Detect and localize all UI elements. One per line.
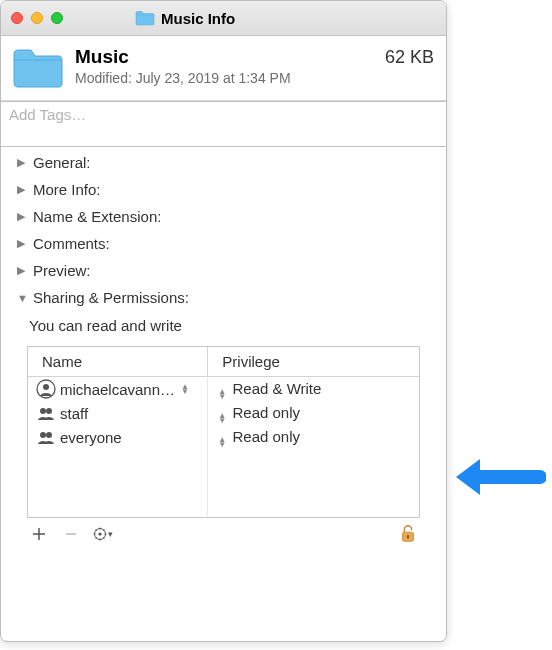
stepper-icon: ▲▼ (218, 413, 226, 423)
disclosure-right-icon: ▶ (17, 183, 29, 196)
svg-point-3 (46, 408, 52, 414)
permissions-toolbar: ▾ (1, 520, 446, 550)
group-icon (36, 403, 56, 423)
modified-value: July 23, 2019 at 1:34 PM (136, 70, 291, 86)
section-label: Sharing & Permissions: (33, 289, 189, 306)
close-button[interactable] (11, 12, 23, 24)
privilege-cell[interactable]: ▲▼ Read only (208, 425, 419, 449)
svg-point-1 (43, 384, 49, 390)
disclosure-right-icon: ▶ (17, 210, 29, 223)
disclosure-right-icon: ▶ (17, 264, 29, 277)
section-preview[interactable]: ▶ Preview: (1, 257, 446, 284)
perm-user-name: staff (60, 405, 88, 422)
remove-button[interactable] (61, 524, 81, 544)
titlebar[interactable]: Music Info (1, 1, 446, 36)
column-header-name[interactable]: Name (28, 347, 208, 377)
table-row[interactable]: staff ▲▼ Read only (28, 401, 419, 425)
section-comments[interactable]: ▶ Comments: (1, 230, 446, 257)
section-more-info[interactable]: ▶ More Info: (1, 176, 446, 203)
traffic-lights (11, 12, 63, 24)
section-general[interactable]: ▶ General: (1, 149, 446, 176)
svg-point-7 (98, 532, 101, 535)
perm-privilege: Read & Write (232, 380, 321, 397)
table-row[interactable]: michaelcavann… ▲▼ ▲▼ Read & Write (28, 377, 419, 402)
tags-input[interactable]: Add Tags… (1, 101, 446, 147)
section-sharing-permissions[interactable]: ▼ Sharing & Permissions: (1, 284, 446, 311)
group-icon (36, 427, 56, 447)
section-label: General: (33, 154, 91, 171)
svg-rect-18 (407, 536, 408, 539)
disclosure-right-icon: ▶ (17, 156, 29, 169)
header-section: Music 62 KB Modified: July 23, 2019 at 1… (1, 36, 446, 101)
svg-point-2 (40, 408, 46, 414)
stepper-icon[interactable]: ▲▼ (181, 384, 189, 394)
action-menu-button[interactable]: ▾ (93, 524, 113, 544)
perm-privilege: Read only (232, 404, 300, 421)
perm-user-name: everyone (60, 429, 122, 446)
section-label: More Info: (33, 181, 101, 198)
add-button[interactable] (29, 524, 49, 544)
sections: ▶ General: ▶ More Info: ▶ Name & Extensi… (1, 147, 446, 552)
disclosure-down-icon: ▼ (17, 292, 29, 304)
modified-label: Modified: (75, 70, 132, 86)
item-name: Music (75, 46, 129, 68)
section-label: Preview: (33, 262, 91, 279)
privilege-cell[interactable]: ▲▼ Read & Write (208, 377, 419, 402)
window-title: Music Info (161, 10, 235, 27)
item-size: 62 KB (385, 47, 434, 68)
folder-icon (11, 46, 65, 90)
svg-point-5 (46, 432, 52, 438)
lock-button[interactable] (398, 524, 418, 544)
zoom-button[interactable] (51, 12, 63, 24)
column-header-privilege[interactable]: Privilege (208, 347, 419, 377)
info-window: Music Info Music 62 KB Modified: July 23… (0, 0, 447, 642)
svg-point-4 (40, 432, 46, 438)
perm-privilege: Read only (232, 428, 300, 445)
permissions-note: You can read and write (1, 311, 446, 342)
tags-placeholder: Add Tags… (9, 106, 86, 123)
section-name-extension[interactable]: ▶ Name & Extension: (1, 203, 446, 230)
minimize-button[interactable] (31, 12, 43, 24)
folder-icon (135, 10, 155, 26)
permissions-table: Name Privilege (27, 346, 420, 518)
privilege-cell[interactable]: ▲▼ Read only (208, 401, 419, 425)
perm-user-name: michaelcavann… (60, 381, 175, 398)
stepper-icon: ▲▼ (218, 437, 226, 447)
section-label: Name & Extension: (33, 208, 161, 225)
table-row[interactable]: everyone ▲▼ Read only (28, 425, 419, 449)
section-label: Comments: (33, 235, 110, 252)
chevron-down-icon: ▾ (108, 529, 113, 539)
user-icon (36, 379, 56, 399)
disclosure-right-icon: ▶ (17, 237, 29, 250)
stepper-icon: ▲▼ (218, 389, 226, 399)
callout-arrow-icon (450, 452, 546, 502)
